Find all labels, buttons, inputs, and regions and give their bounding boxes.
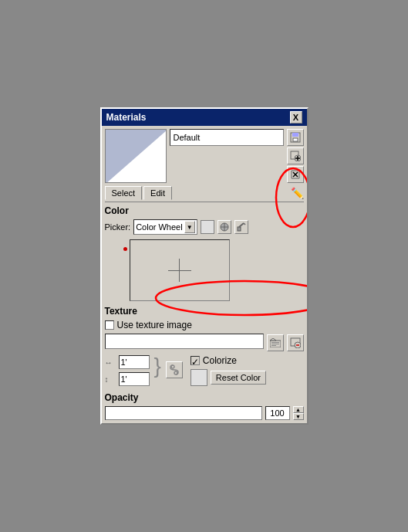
texture-file-field[interactable] bbox=[105, 334, 264, 349]
picker-label: Picker: bbox=[105, 222, 131, 232]
use-texture-checkbox[interactable] bbox=[105, 320, 114, 330]
preview-info: Default bbox=[170, 129, 284, 183]
color-picker-canvas[interactable] bbox=[130, 239, 230, 301]
tab-edit[interactable]: Edit bbox=[143, 186, 172, 200]
link-brace: } bbox=[154, 355, 161, 377]
close-button[interactable]: X bbox=[290, 111, 302, 124]
add-material-button[interactable] bbox=[287, 147, 304, 164]
pick-color-button[interactable] bbox=[217, 220, 231, 234]
eyedropper-button[interactable] bbox=[234, 220, 248, 234]
use-texture-row: Use texture image bbox=[105, 320, 304, 330]
colorize-swatch[interactable] bbox=[191, 369, 207, 386]
use-texture-label: Use texture image bbox=[117, 320, 192, 330]
materials-panel: Materials X Default bbox=[100, 107, 309, 425]
tabs-row: Select Edit ✏️ bbox=[105, 186, 304, 202]
color-section: Color Picker: Color Wheel ▼ bbox=[105, 205, 304, 301]
color-indicator-dot bbox=[123, 247, 127, 251]
picker-select-field[interactable]: Color Wheel ▼ bbox=[133, 219, 197, 235]
colorize-column: ✓ Colorize Reset Color bbox=[191, 355, 266, 386]
colorize-row: ✓ Colorize bbox=[191, 355, 266, 366]
svg-marker-17 bbox=[270, 338, 276, 341]
svg-rect-19 bbox=[271, 344, 279, 344]
panel-body: Default Select Edit ✏️ Colo bbox=[102, 126, 307, 423]
color-header: Color bbox=[105, 205, 304, 216]
height-input[interactable]: 1' bbox=[119, 372, 150, 386]
color-wheel-area[interactable] bbox=[108, 239, 304, 301]
reset-color-button[interactable]: Reset Color bbox=[211, 371, 266, 385]
texture-header: Texture bbox=[105, 306, 304, 317]
svg-line-14 bbox=[239, 223, 244, 227]
opacity-row: 100 ▲ ▼ bbox=[105, 406, 304, 420]
opacity-slider[interactable] bbox=[105, 406, 262, 420]
reset-row: Reset Color bbox=[191, 369, 266, 386]
svg-rect-1 bbox=[292, 133, 298, 137]
preview-buttons bbox=[287, 129, 304, 183]
link-dimensions-button[interactable] bbox=[166, 361, 183, 378]
opacity-spinners: ▲ ▼ bbox=[293, 406, 304, 420]
width-input[interactable]: 1' bbox=[119, 355, 150, 369]
preview-triangle bbox=[106, 130, 167, 183]
pencil-icon: ✏️ bbox=[291, 187, 304, 199]
material-name-field[interactable]: Default bbox=[170, 129, 284, 146]
tile-controls: ↔ 1' ↕ 1' } bbox=[105, 355, 304, 388]
opacity-header: Opacity bbox=[105, 392, 304, 403]
svg-line-15 bbox=[244, 223, 245, 225]
delete-texture-button[interactable] bbox=[287, 334, 304, 351]
svg-rect-20 bbox=[271, 345, 276, 346]
panel-title: Materials bbox=[106, 112, 147, 123]
tile-fields: ↔ 1' ↕ 1' bbox=[105, 355, 150, 388]
colorize-label: Colorize bbox=[203, 355, 237, 366]
opacity-value-field[interactable]: 100 bbox=[265, 406, 290, 420]
tab-select[interactable]: Select bbox=[105, 186, 143, 200]
title-bar: Materials X bbox=[102, 109, 307, 126]
delete-material-button[interactable] bbox=[287, 166, 304, 183]
save-material-button[interactable] bbox=[287, 129, 304, 146]
svg-rect-13 bbox=[238, 227, 241, 231]
svg-rect-2 bbox=[293, 138, 298, 141]
color-swatch[interactable] bbox=[201, 220, 214, 234]
picker-dropdown-button[interactable]: ▼ bbox=[184, 221, 195, 233]
opacity-increment-button[interactable]: ▲ bbox=[293, 406, 304, 413]
svg-point-25 bbox=[174, 371, 177, 374]
svg-point-24 bbox=[171, 365, 174, 368]
texture-section: Texture Use texture image ↔ bbox=[105, 306, 304, 388]
browse-texture-button[interactable] bbox=[267, 334, 284, 351]
picker-row: Picker: Color Wheel ▼ bbox=[105, 219, 304, 235]
opacity-section: Opacity 100 ▲ ▼ bbox=[105, 392, 304, 420]
width-icon: ↔ bbox=[105, 358, 116, 367]
colorize-checkbox[interactable]: ✓ bbox=[191, 356, 200, 365]
height-row: ↕ 1' bbox=[105, 372, 150, 386]
material-preview bbox=[105, 129, 167, 183]
preview-row: Default bbox=[105, 129, 304, 183]
picker-value: Color Wheel bbox=[136, 222, 183, 232]
height-icon: ↕ bbox=[105, 375, 116, 384]
opacity-decrement-button[interactable]: ▼ bbox=[293, 413, 304, 420]
svg-rect-18 bbox=[271, 342, 279, 343]
width-row: ↔ 1' bbox=[105, 355, 150, 369]
